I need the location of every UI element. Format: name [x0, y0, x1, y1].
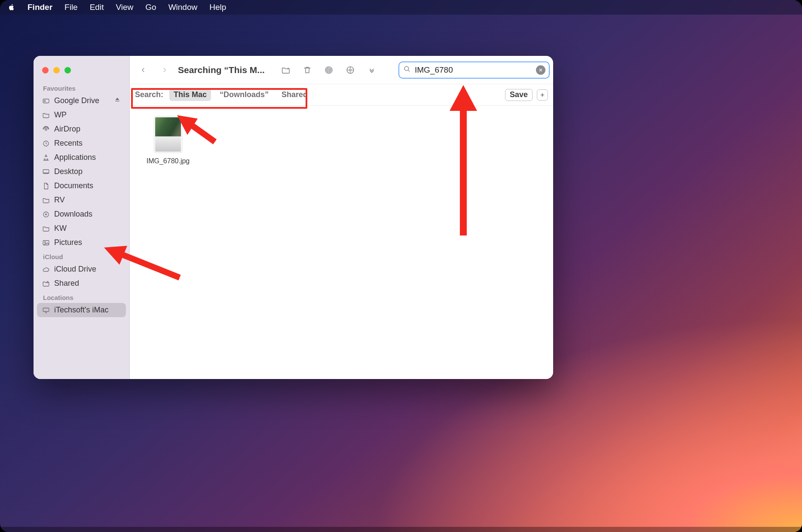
- sidebar-item-label: AirDrop: [54, 125, 80, 134]
- menubar-item-file[interactable]: File: [64, 3, 78, 12]
- airdrop-icon: [42, 125, 50, 133]
- finder-toolbar: Searching “This M...: [130, 56, 553, 84]
- sidebar-section-favourites: Favourites: [37, 81, 126, 94]
- toolbar-overflow-button[interactable]: [364, 62, 380, 78]
- sidebar-item-label: Pictures: [54, 238, 82, 247]
- imac-icon: [42, 306, 50, 314]
- sidebar-item-label: Downloads: [54, 210, 92, 219]
- sidebar-item-kw[interactable]: KW: [37, 221, 126, 235]
- nav-forward-button[interactable]: [156, 62, 173, 78]
- svg-rect-9: [43, 308, 49, 311]
- scope-label: Search:: [135, 90, 163, 99]
- sidebar-item-label: RV: [54, 196, 65, 205]
- sidebar-item-wp[interactable]: WP: [37, 108, 126, 122]
- sidebar-item-downloads[interactable]: Downloads: [37, 207, 126, 221]
- scope-this-mac[interactable]: This Mac: [169, 89, 211, 101]
- nav-back-button[interactable]: [135, 62, 151, 78]
- sidebar-item-documents[interactable]: Documents: [37, 179, 126, 193]
- new-folder-button[interactable]: [278, 62, 294, 78]
- sidebar-item-label: Documents: [54, 181, 93, 190]
- svg-point-14: [349, 69, 352, 71]
- search-input[interactable]: [414, 62, 534, 78]
- menubar-app-name[interactable]: Finder: [28, 3, 52, 12]
- sidebar-item-label: Shared: [54, 279, 79, 288]
- cloud-icon: [42, 266, 50, 273]
- finder-main: Searching “This M...: [130, 56, 553, 379]
- svg-point-11: [327, 67, 331, 72]
- search-scope-bar: Search: This Mac “Downloads” Shared Save: [130, 84, 553, 106]
- folder-icon: [42, 196, 50, 204]
- desktop-icon: [42, 168, 50, 176]
- scope-shared[interactable]: Shared: [277, 89, 312, 101]
- sidebar-item-label: Desktop: [54, 167, 83, 176]
- sidebar-item-label: iTechsoft's iMac: [54, 306, 108, 315]
- google-drive-icon: [42, 97, 50, 105]
- menubar-item-help[interactable]: Help: [209, 3, 226, 12]
- file-item[interactable]: IMG_6780.jpg: [140, 116, 196, 165]
- menubar-item-edit[interactable]: Edit: [90, 3, 104, 12]
- file-name-label: IMG_6780.jpg: [147, 157, 190, 165]
- window-close-button[interactable]: [42, 67, 49, 73]
- sidebar-item-pictures[interactable]: Pictures: [37, 235, 126, 250]
- svg-point-15: [404, 66, 409, 70]
- sidebar-item-applications[interactable]: Applications: [37, 150, 126, 165]
- window-zoom-button[interactable]: [64, 67, 71, 73]
- scope-folder[interactable]: “Downloads”: [215, 89, 273, 101]
- window-title: Searching “This M...: [178, 65, 265, 75]
- sidebar-item-google-drive[interactable]: Google Drive: [37, 94, 126, 108]
- macos-menubar: Finder File Edit View Go Window Help: [0, 0, 802, 15]
- sidebar-item-label: Google Drive: [54, 96, 99, 105]
- sidebar-item-icloud-drive[interactable]: iCloud Drive: [37, 262, 126, 276]
- sidebar-item-desktop[interactable]: Desktop: [37, 165, 126, 179]
- apps-icon: [42, 154, 50, 162]
- eject-icon[interactable]: [114, 96, 121, 105]
- sidebar-section-icloud: iCloud: [37, 250, 126, 262]
- file-thumbnail: [154, 116, 182, 153]
- doc-icon: [42, 182, 50, 190]
- finder-window: Favourites Google Drive WP: [34, 56, 553, 379]
- sidebar-section-locations: Locations: [37, 290, 126, 303]
- sidebar-item-label: KW: [54, 224, 67, 233]
- cropped-bottom-bar: [0, 527, 802, 532]
- save-search-button[interactable]: Save: [505, 89, 533, 101]
- sidebar-item-label: Applications: [54, 153, 96, 162]
- menubar-item-view[interactable]: View: [116, 3, 133, 12]
- sidebar-item-airdrop[interactable]: AirDrop: [37, 122, 126, 136]
- svg-point-7: [45, 242, 46, 242]
- file-icon-view[interactable]: IMG_6780.jpg: [130, 106, 553, 379]
- svg-point-10: [328, 69, 330, 71]
- image-icon: [42, 239, 50, 247]
- add-criteria-button[interactable]: [537, 89, 548, 101]
- svg-point-2: [45, 128, 47, 130]
- menubar-item-go[interactable]: Go: [145, 3, 156, 12]
- svg-point-1: [44, 100, 45, 101]
- clock-icon: [42, 140, 50, 147]
- shared-folder-icon: [42, 280, 50, 287]
- window-traffic-lights: [37, 62, 126, 81]
- sidebar-item-imac[interactable]: iTechsoft's iMac: [37, 303, 126, 317]
- sidebar-item-label: iCloud Drive: [54, 265, 96, 274]
- trash-button[interactable]: [299, 62, 315, 78]
- folder-icon: [42, 225, 50, 232]
- sidebar-item-shared[interactable]: Shared: [37, 276, 126, 290]
- burn-button[interactable]: [342, 62, 358, 78]
- svg-point-8: [47, 281, 48, 282]
- apple-menu-icon[interactable]: [8, 3, 15, 11]
- sidebar-item-label: Recents: [54, 139, 83, 148]
- airdrop-button[interactable]: [321, 62, 337, 78]
- folder-icon: [42, 111, 50, 119]
- download-icon: [42, 211, 50, 218]
- window-minimize-button[interactable]: [53, 67, 60, 73]
- finder-sidebar: Favourites Google Drive WP: [34, 56, 130, 379]
- clear-search-button[interactable]: [536, 65, 545, 75]
- sidebar-item-recents[interactable]: Recents: [37, 136, 126, 150]
- search-icon: [403, 65, 411, 75]
- menubar-item-window[interactable]: Window: [168, 3, 198, 12]
- search-field[interactable]: [398, 61, 550, 79]
- sidebar-item-rv[interactable]: RV: [37, 193, 126, 207]
- sidebar-item-label: WP: [54, 110, 67, 119]
